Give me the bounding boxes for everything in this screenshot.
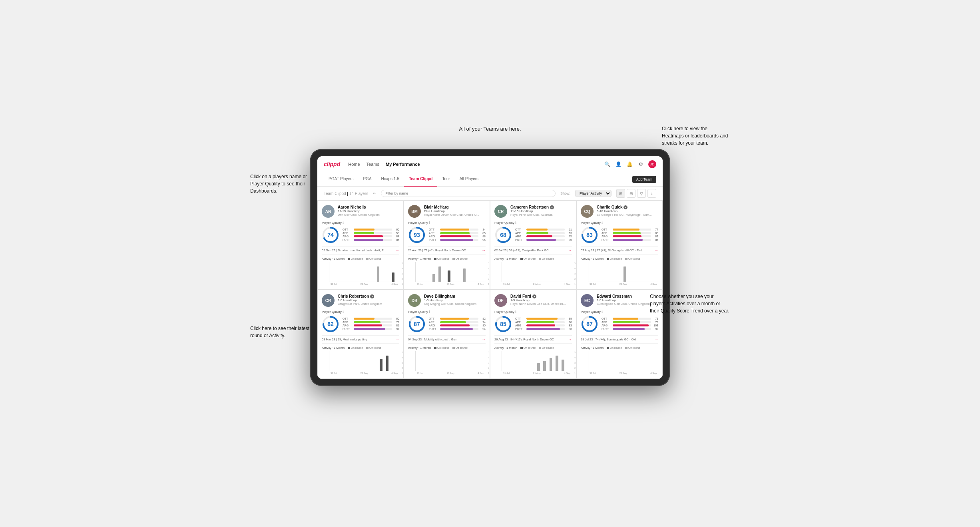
nav-home[interactable]: Home [348, 162, 360, 167]
nav-my-performance[interactable]: My Performance [386, 162, 420, 167]
stat-row-putt: PUTT 96 [515, 328, 572, 330]
quality-circle[interactable]: 68 [494, 226, 512, 244]
legend-on-course: On course [607, 257, 622, 260]
tab-pgat[interactable]: PGAT Players [324, 172, 358, 187]
round-arrow[interactable]: → [395, 248, 399, 253]
round-arrow[interactable]: → [568, 337, 572, 342]
player-card[interactable]: DB Dave Billingham 1-5 Handicap Sog Magi… [404, 290, 490, 379]
quality-circle[interactable]: 93 [408, 226, 426, 244]
quality-circle[interactable]: 83 [581, 226, 598, 244]
quality-circle[interactable]: 87 [408, 315, 426, 333]
latest-round[interactable]: 02 Sep 23 | Sunrise round to get back in… [322, 246, 399, 255]
add-team-button[interactable]: Add Team [632, 176, 656, 183]
chart-area [415, 351, 486, 371]
profile-icon[interactable]: 👤 [615, 161, 622, 168]
show-select[interactable]: Player Activity [575, 190, 612, 197]
filter-icon[interactable]: ▽ [637, 189, 646, 198]
player-name[interactable]: Edward Crossman [597, 294, 658, 298]
chart-bar [432, 274, 435, 282]
player-card[interactable]: CR Chris Robertson ● 1-5 Handicap Craigm… [317, 290, 404, 379]
avatar[interactable]: AN [322, 205, 335, 218]
round-arrow[interactable]: → [568, 248, 572, 253]
latest-round[interactable]: 03 Mar 23 | 19, Must make putting → [322, 335, 399, 344]
stat-bar [354, 232, 374, 234]
player-card[interactable]: CR Cameron Robertson ● 11-15 Handicap Ro… [490, 201, 576, 290]
sort-icon[interactable]: ↕ [647, 189, 656, 198]
round-arrow[interactable]: → [395, 337, 399, 342]
round-arrow[interactable]: → [654, 248, 658, 253]
search-icon[interactable]: 🔍 [604, 161, 611, 168]
stat-label: ARG [429, 324, 438, 327]
tab-hcaps[interactable]: Hcaps 1-5 [376, 172, 404, 187]
team-title: Team Clippd | 14 Players [324, 191, 368, 196]
latest-round[interactable]: 04 Sep 23 | Mobility with coach, Gym → [408, 335, 486, 344]
avatar[interactable]: BM [408, 205, 421, 218]
latest-round[interactable]: 02 Jul 23 | 59 (+17), Craigmillar Park G… [494, 246, 572, 255]
latest-round[interactable]: 18 Jul 23 | 74 (+4), Sunningdale GC - Ol… [581, 335, 658, 344]
stat-label: OTT [343, 228, 352, 231]
chart-labels: 31 Jul21 Aug4 Sep [415, 283, 486, 285]
stat-row-app: APP 85 [429, 232, 486, 235]
player-name[interactable]: Chris Robertson ● [338, 294, 399, 298]
stat-row-arg: ARG 83 [602, 235, 658, 238]
chart-bars [416, 262, 486, 282]
stat-bar [440, 239, 473, 241]
round-arrow[interactable]: → [482, 248, 486, 253]
avatar[interactable]: CQ [581, 205, 594, 218]
quality-number: 87 [414, 321, 420, 327]
stat-value: 85 [480, 324, 486, 327]
round-arrow[interactable]: → [654, 337, 658, 342]
stat-bar [440, 328, 473, 330]
edit-icon[interactable]: ✏ [373, 191, 376, 196]
stat-bar [354, 328, 385, 330]
avatar[interactable]: EC [581, 294, 594, 307]
player-card[interactable]: DF David Ford ● 1-5 Handicap Royal North… [490, 290, 576, 379]
avatar[interactable]: DB [408, 294, 421, 307]
user-avatar[interactable]: JD [648, 160, 656, 168]
bell-icon[interactable]: 🔔 [626, 161, 633, 168]
stat-label: OTT [602, 228, 611, 231]
tab-tour[interactable]: Tour [437, 172, 454, 187]
player-name[interactable]: Aaron Nicholls [338, 205, 399, 209]
stat-bar-container [526, 235, 565, 237]
player-card[interactable]: AN Aaron Nicholls 11-15 Handicap Drift G… [317, 201, 404, 290]
tab-pga[interactable]: PGA [358, 172, 376, 187]
player-card[interactable]: BM Blair McHarg Plus Handicap Royal Nort… [404, 201, 490, 290]
player-info: David Ford ● 1-5 Handicap Royal North De… [510, 294, 572, 306]
quality-circle[interactable]: 85 [494, 315, 512, 333]
stat-value: 73 [653, 317, 658, 320]
grid-view-icon[interactable]: ⊞ [616, 189, 625, 198]
latest-round[interactable]: 26 Aug 23 | 84 (+12), Royal North Devon … [494, 335, 572, 344]
quality-label: Player Quality ℹ [408, 221, 486, 225]
player-name[interactable]: David Ford ● [510, 294, 572, 298]
latest-round[interactable]: 07 Aug 23 | 77 (+7), St George's Hill GC… [581, 246, 658, 255]
tab-all-players[interactable]: All Players [455, 172, 483, 187]
player-name[interactable]: Blair McHarg [424, 205, 486, 209]
settings-icon[interactable]: ⚙ [637, 161, 644, 168]
player-club: Royal North Devon Golf Club, United Kin.… [510, 302, 566, 306]
player-name[interactable]: Cameron Robertson ● [510, 205, 572, 209]
latest-round[interactable]: 26 Aug 23 | 73 (+1), Royal North Devon G… [408, 246, 486, 255]
quality-circle[interactable]: 82 [322, 315, 339, 333]
chart-bar [380, 359, 382, 371]
stat-bar-container [526, 239, 565, 241]
player-name[interactable]: Dave Billingham [424, 294, 486, 298]
player-name[interactable]: Charlie Quick ● [597, 205, 658, 209]
quality-circle[interactable]: 87 [581, 315, 598, 333]
avatar[interactable]: DF [494, 294, 507, 307]
tab-team-clippd[interactable]: Team Clippd [404, 172, 437, 187]
stat-label: APP [515, 321, 525, 324]
search-input[interactable] [381, 190, 556, 197]
list-view-icon[interactable]: ⊟ [627, 189, 635, 198]
chart-area [588, 351, 658, 371]
nav-teams[interactable]: Teams [367, 162, 379, 167]
avatar[interactable]: CR [494, 205, 507, 218]
player-card[interactable]: CQ Charlie Quick ● 6-10 Handicap St. Geo… [576, 201, 663, 290]
stat-bar [354, 318, 374, 320]
stat-bar-container [526, 328, 565, 330]
round-arrow[interactable]: → [482, 337, 486, 342]
stat-row-ott: OTT 82 [429, 317, 486, 320]
avatar[interactable]: CR [322, 294, 335, 307]
quality-circle[interactable]: 74 [322, 226, 339, 244]
chart-bar [543, 361, 546, 371]
